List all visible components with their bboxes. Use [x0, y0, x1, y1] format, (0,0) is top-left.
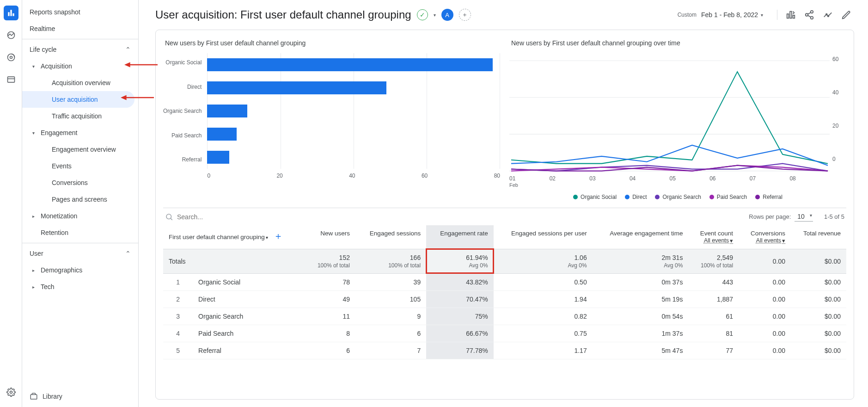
add-dimension-button[interactable]: ＋: [274, 231, 283, 241]
sidebar-group-demographics[interactable]: ▸ Demographics: [22, 262, 138, 278]
col-new-users[interactable]: New users: [306, 225, 355, 249]
svg-marker-10: [124, 62, 130, 68]
svg-point-23: [826, 14, 827, 15]
page-header: User acquisition: First user default cha…: [139, 0, 868, 30]
realtime-icon[interactable]: [4, 28, 18, 43]
col-avg-engagement-time[interactable]: Average engagement time: [593, 225, 689, 249]
bar-row: [207, 148, 500, 166]
col-dimension[interactable]: First user default channel grouping▾ ＋: [163, 225, 306, 249]
sidebar-group-tech[interactable]: ▸ Tech: [22, 278, 138, 295]
avatar-badge[interactable]: A: [441, 9, 453, 21]
table-row[interactable]: 3Organic Search11975%0.820m 54s610.00$0.…: [163, 308, 846, 325]
line-x-tick: 08: [789, 175, 830, 188]
row-rate: 43.82%: [426, 273, 494, 290]
row-new-users: 6: [306, 342, 355, 359]
sidebar-group-acquisition[interactable]: ▾ Acquisition: [22, 58, 138, 74]
legend-item[interactable]: Direct: [625, 194, 647, 200]
table-controls: Rows per page: 10 1-5 of 5: [163, 208, 846, 225]
bar-fill: [207, 81, 386, 94]
col-total-revenue[interactable]: Total revenue: [791, 225, 846, 249]
library-label: Library: [43, 393, 62, 400]
svg-rect-14: [787, 14, 789, 18]
col-engagement-rate[interactable]: Engagement rate: [426, 225, 494, 249]
row-conv: 0.00: [739, 308, 791, 325]
table-row[interactable]: 5Referral6777.78%1.175m 47s770.00$0.00: [163, 342, 846, 359]
sidebar-item-reports-snapshot[interactable]: Reports snapshot: [22, 4, 134, 20]
sidebar-item-retention[interactable]: Retention: [22, 224, 134, 241]
sidebar-library[interactable]: Library: [22, 386, 138, 407]
sidebar-group-engagement[interactable]: ▾ Engagement: [22, 124, 138, 141]
settings-icon[interactable]: [4, 385, 18, 400]
bar-fill: [207, 151, 229, 164]
bar-row: [207, 79, 500, 97]
rows-per-page: Rows per page: 10: [749, 212, 813, 222]
col-sessions-per-user[interactable]: Engaged sessions per user: [494, 225, 593, 249]
sidebar-section-label: Life cycle: [30, 46, 56, 53]
line-y-tick: 40: [832, 89, 846, 96]
sidebar-group-monetization[interactable]: ▸ Monetization: [22, 208, 138, 224]
bar-category: Direct: [163, 78, 202, 96]
reports-icon[interactable]: [4, 6, 18, 20]
col-engaged-sessions[interactable]: Engaged sessions: [355, 225, 426, 249]
add-comparison-button[interactable]: ＋: [459, 9, 471, 21]
sidebar-section-lifecycle[interactable]: Life cycle ⌃: [22, 41, 138, 58]
col-event-count[interactable]: Event count All events ▾: [688, 225, 739, 249]
insights-icon[interactable]: [823, 10, 833, 20]
sidebar-item-traffic-acquisition[interactable]: Traffic acquisition: [22, 108, 134, 124]
sidebar-item-engagement-overview[interactable]: Engagement overview: [22, 141, 134, 158]
line-legend: Organic SocialDirectOrganic SearchPaid S…: [509, 194, 846, 200]
totals-revenue: $0.00: [791, 249, 846, 273]
sidebar-item-events[interactable]: Events: [22, 158, 134, 174]
svg-point-5: [10, 56, 12, 59]
conversions-filter[interactable]: All events ▾: [756, 237, 785, 244]
totals-event-count: 2,549100% of total: [688, 249, 739, 273]
row-time: 1m 37s: [593, 325, 689, 342]
legend-item[interactable]: Paid Search: [709, 194, 747, 200]
event-count-filter[interactable]: All events ▾: [704, 237, 733, 244]
sidebar-item-pages-screens[interactable]: Pages and screens: [22, 191, 134, 208]
col-conversions[interactable]: Conversions All events ▾: [739, 225, 791, 249]
line-series-paid-search: [511, 166, 828, 171]
sidebar-item-user-acquisition[interactable]: User acquisition: [22, 91, 134, 108]
label: User acquisition: [52, 96, 98, 103]
caret-down-icon: ▾: [32, 130, 35, 136]
sidebar-nav: Reports snapshot Realtime Life cycle ⌃ ▾…: [22, 0, 139, 407]
customize-icon[interactable]: [786, 10, 796, 20]
row-index: 5: [163, 342, 193, 359]
legend-item[interactable]: Organic Search: [655, 194, 701, 200]
svg-rect-2: [12, 13, 14, 16]
date-range-text: Feb 1 - Feb 8, 2022: [701, 11, 758, 18]
status-dropdown-caret[interactable]: ▾: [434, 12, 436, 18]
table-row[interactable]: 2Direct4910570.47%1.945m 19s1,8870.00$0.…: [163, 290, 846, 308]
group-label: Demographics: [41, 266, 82, 274]
sidebar-item-acquisition-overview[interactable]: Acquisition overview: [22, 74, 134, 91]
row-conv: 0.00: [739, 325, 791, 342]
sidebar-item-conversions[interactable]: Conversions: [22, 174, 134, 191]
line-x-tick: 03: [589, 175, 630, 188]
group-label: Acquisition: [41, 62, 72, 70]
date-range-picker[interactable]: Custom Feb 1 - Feb 8, 2022 ▾: [678, 11, 763, 18]
advertising-icon[interactable]: [4, 72, 18, 87]
table-search[interactable]: [165, 213, 749, 221]
sidebar-section-label: User: [30, 250, 43, 257]
edit-icon[interactable]: [841, 10, 851, 20]
pager-range: 1-5 of 5: [824, 213, 844, 220]
sidebar-section-user[interactable]: User ⌃: [22, 245, 138, 262]
svg-point-8: [10, 391, 12, 394]
rpp-select[interactable]: 10: [795, 212, 813, 222]
svg-line-21: [808, 15, 811, 17]
legend-item[interactable]: Referral: [755, 194, 782, 200]
svg-line-29: [171, 218, 172, 220]
sidebar-item-realtime[interactable]: Realtime: [22, 20, 134, 37]
row-events: 1,887: [688, 290, 739, 308]
table-row[interactable]: 4Paid Search8666.67%0.751m 37s810.00$0.0…: [163, 325, 846, 342]
row-index: 1: [163, 273, 193, 290]
search-input[interactable]: [177, 213, 316, 221]
legend-item[interactable]: Organic Social: [573, 194, 617, 200]
table-row[interactable]: 1Organic Social783943.82%0.500m 37s4430.…: [163, 273, 846, 290]
status-ok-icon[interactable]: ✓: [417, 9, 428, 20]
explore-icon[interactable]: [4, 50, 18, 65]
row-rev: $0.00: [791, 325, 846, 342]
share-icon[interactable]: [804, 10, 814, 20]
caret-right-icon: ▸: [32, 214, 35, 219]
